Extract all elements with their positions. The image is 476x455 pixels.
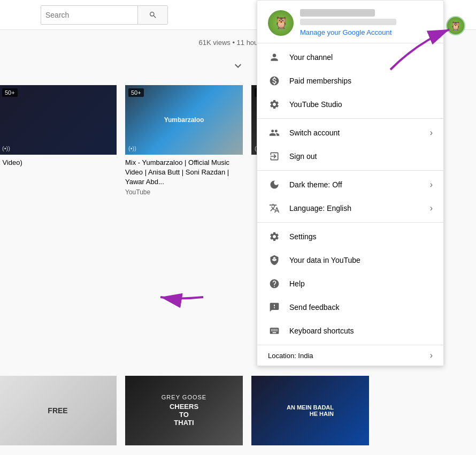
corner-avatar[interactable]: 🦉 — [446, 16, 465, 35]
menu-section-1: Your channel Paid memberships YouTube St… — [257, 43, 443, 119]
dollar-circle-icon — [268, 74, 281, 87]
dark-theme-chevron: › — [430, 180, 433, 189]
thumb-text-b2-line2: CHEERSTOTHATI — [162, 403, 206, 427]
menu-item-sign-out[interactable]: Sign out — [257, 145, 443, 168]
bottom-card-1[interactable]: FREE — [0, 376, 117, 445]
menu-item-help[interactable]: Help — [257, 272, 443, 295]
live-badge-1: 50+ — [2, 88, 18, 97]
profile-info: Manage your Google Account — [300, 9, 433, 36]
search-input[interactable] — [41, 6, 137, 24]
menu-item-feedback[interactable]: Send feedback — [257, 295, 443, 319]
thumb-inner-b2: GREY GOOSE CHEERSTOTHATI — [157, 390, 211, 431]
chevron-down-icon — [232, 59, 244, 72]
thumb-icon-2: (•)) — [128, 145, 136, 151]
search-box — [41, 5, 168, 25]
profile-header: 🦉 Manage your Google Account — [257, 1, 443, 43]
video-row-2: FREE GREY GOOSE CHEERSTOTHATI AN MEIN BA… — [0, 371, 476, 450]
manage-account-link[interactable]: Manage your Google Account — [300, 28, 433, 36]
menu-label-switch-account: Switch account — [289, 128, 430, 137]
menu-item-paid-memberships[interactable]: Paid memberships — [257, 69, 443, 93]
menu-label-paid-memberships: Paid memberships — [289, 77, 433, 85]
menu-label-language: Language: English — [289, 204, 430, 213]
help-icon — [268, 277, 281, 290]
thumb-text-b3: AN MEIN BADALHE HAIN — [283, 401, 337, 420]
menu-label-your-channel: Your channel — [289, 53, 433, 62]
thumb-text-b1: FREE — [48, 406, 67, 415]
menu-item-dark-theme[interactable]: Dark theme: Off › — [257, 173, 443, 196]
translate-icon — [268, 202, 281, 215]
profile-avatar: 🦉 — [268, 10, 294, 36]
sign-out-icon — [268, 150, 281, 163]
bottom-card-3[interactable]: AN MEIN BADALHE HAIN — [251, 376, 369, 445]
video-title-2: Mix - Yumbarzaloo | Official Music Video… — [125, 158, 243, 187]
bottom-row: FREE GREY GOOSE CHEERSTOTHATI AN MEIN BA… — [0, 376, 476, 445]
thumbnail-b1: FREE — [0, 376, 117, 445]
profile-name-blurred — [300, 9, 375, 17]
search-icon — [149, 11, 157, 19]
menu-label-feedback: Send feedback — [289, 303, 433, 312]
location-item[interactable]: Location: India › — [257, 345, 443, 366]
thumbnail-b3: AN MEIN BADALHE HAIN — [251, 376, 369, 445]
language-chevron: › — [430, 203, 433, 213]
thumb-label-2: Yumbarzaloo — [162, 114, 206, 126]
menu-item-switch-account[interactable]: Switch account › — [257, 121, 443, 145]
moon-icon — [268, 178, 281, 191]
menu-label-your-data: Your data in YouTube — [289, 256, 433, 264]
menu-item-language[interactable]: Language: English › — [257, 196, 443, 220]
search-button[interactable] — [137, 6, 167, 24]
menu-item-your-data[interactable]: Your data in YouTube — [257, 248, 443, 272]
video-card-2[interactable]: 50+ Yumbarzaloo (•)) Mix - Yumbarzaloo |… — [125, 85, 243, 196]
location-chevron: › — [430, 351, 433, 360]
thumbnail-b2: GREY GOOSE CHEERSTOTHATI — [125, 376, 243, 445]
person-icon — [268, 51, 281, 64]
bottom-card-2[interactable]: GREY GOOSE CHEERSTOTHATI — [125, 376, 243, 445]
thumb-icon-1: (•)) — [2, 145, 10, 151]
profile-email-blurred — [300, 19, 396, 25]
menu-label-sign-out: Sign out — [289, 152, 433, 161]
menu-section-2: Switch account › Sign out — [257, 119, 443, 171]
live-badge-2: 50+ — [128, 88, 144, 97]
menu-section-4: Settings Your data in YouTube Help — [257, 223, 443, 345]
menu-item-youtube-studio[interactable]: YouTube Studio — [257, 93, 443, 116]
video-channel-2: YouTube — [125, 188, 243, 196]
keyboard-icon — [268, 324, 281, 337]
shield-icon — [268, 254, 281, 267]
menu-item-your-channel[interactable]: Your channel — [257, 46, 443, 69]
settings-icon — [268, 230, 281, 243]
feedback-icon — [268, 301, 281, 314]
thumb-text-b2-line1: GREY GOOSE — [162, 394, 206, 400]
gear-icon — [268, 98, 281, 111]
menu-label-help: Help — [289, 279, 433, 288]
dropdown-menu: 🦉 Manage your Google Account Your channe… — [257, 0, 444, 366]
thumbnail-2: 50+ Yumbarzaloo (•)) — [125, 85, 243, 155]
menu-item-settings[interactable]: Settings — [257, 225, 443, 248]
thumbnail-1: 50+ (•)) — [0, 85, 117, 155]
video-title-1: l Video) — [0, 158, 117, 168]
menu-label-settings: Settings — [289, 232, 433, 241]
menu-label-youtube-studio: YouTube Studio — [289, 100, 433, 109]
menu-label-dark-theme: Dark theme: Off — [289, 180, 430, 189]
video-card-1[interactable]: 50+ (•)) l Video) — [0, 85, 117, 196]
menu-item-keyboard[interactable]: Keyboard shortcuts — [257, 319, 443, 343]
switch-account-icon — [268, 126, 281, 139]
location-label: Location: India — [268, 352, 430, 360]
menu-section-3: Dark theme: Off › Language: English › — [257, 171, 443, 223]
switch-account-chevron: › — [430, 128, 433, 138]
menu-label-keyboard: Keyboard shortcuts — [289, 327, 433, 335]
